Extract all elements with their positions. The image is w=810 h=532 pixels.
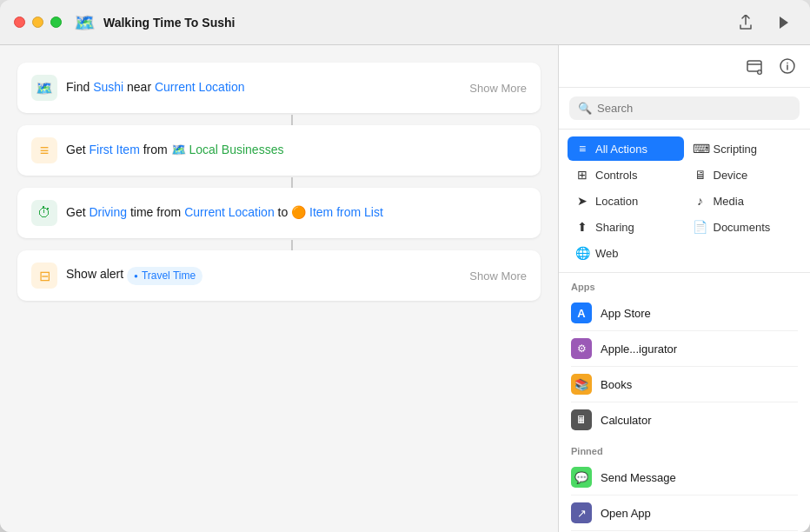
text-find: Find [66, 80, 93, 94]
connector-3 [291, 240, 293, 250]
scripting-icon: ⌨ [693, 142, 708, 156]
run-button[interactable] [772, 10, 796, 35]
close-button[interactable] [14, 17, 25, 28]
content-area: 🗺️ Find Sushi near Current Location Show… [0, 45, 810, 532]
share-button[interactable] [734, 10, 758, 35]
workflow-panel: 🗺️ Find Sushi near Current Location Show… [0, 45, 558, 532]
device-icon: 🖥 [693, 168, 708, 182]
category-device[interactable]: 🖥 Device [686, 163, 802, 187]
category-controls[interactable]: ⊞ Controls [568, 163, 684, 187]
show-alert-text: Show alert Travel Time [66, 266, 461, 285]
category-sharing-label: Sharing [595, 221, 634, 234]
show-more-4[interactable]: Show More [469, 269, 527, 283]
get-driving-text: Get Driving time from Current Location t… [66, 204, 527, 222]
get-first-item-card: ≡ Get First Item from 🗺️ Local Businesse… [17, 125, 541, 176]
category-web[interactable]: 🌐 Web [568, 241, 684, 265]
media-icon: ♪ [693, 194, 708, 208]
apple-configurator-icon: ⚙ [571, 338, 592, 359]
category-documents[interactable]: 📄 Documents [686, 215, 802, 239]
category-scripting-label: Scripting [714, 143, 758, 156]
app-window: 🗺️ Walking Time To Sushi 🗺️ Find [0, 0, 810, 532]
connector-1 [291, 115, 293, 125]
action-open-app-label: Open App [601, 507, 651, 520]
sharing-icon: ⬆ [574, 220, 590, 234]
sushi-highlight: Sushi [93, 80, 123, 94]
action-books-label: Books [601, 378, 632, 391]
show-more-1[interactable]: Show More [469, 82, 527, 95]
pinned-section-label: Pinned [559, 437, 810, 460]
category-all-actions-label: All Actions [595, 143, 647, 156]
show-alert-card: ⊟ Show alert Travel Time Show More [17, 250, 541, 301]
apps-section-label: Apps [559, 273, 810, 296]
category-web-label: Web [595, 247, 619, 260]
books-icon: 📚 [571, 374, 592, 395]
text-get: Get [66, 143, 89, 156]
text-from: from [143, 143, 171, 156]
maximize-button[interactable] [50, 17, 62, 28]
svg-marker-0 [780, 17, 788, 29]
timer-icon: ⏱ [31, 200, 57, 226]
category-location[interactable]: ➤ Location [568, 189, 684, 213]
action-calculator[interactable]: 🖩 Calculator [559, 402, 810, 437]
category-sharing[interactable]: ⬆ Sharing [568, 215, 684, 239]
category-documents-label: Documents [714, 221, 771, 234]
send-message-icon: 💬 [571, 467, 592, 488]
text-show-alert: Show alert [66, 267, 127, 281]
minimize-button[interactable] [32, 17, 43, 28]
location-icon: ➤ [574, 194, 590, 208]
find-sushi-text: Find Sushi near Current Location [66, 79, 461, 96]
alert-icon: ⊟ [31, 263, 57, 289]
open-app-icon: ↗ [571, 502, 592, 523]
get-first-item-text: Get First Item from 🗺️ Local Businesses [66, 142, 527, 159]
category-media[interactable]: ♪ Media [686, 189, 802, 213]
action-open-app[interactable]: ↗ Open App [559, 495, 810, 530]
info-icon[interactable] [775, 54, 800, 78]
categories-grid: ≡ All Actions ⌨ Scripting ⊞ Controls 🖥 D… [559, 130, 810, 273]
find-sushi-card: 🗺️ Find Sushi near Current Location Show… [17, 63, 541, 113]
search-wrapper[interactable]: 🔍 [569, 96, 800, 120]
library-icon[interactable] [742, 54, 767, 78]
connector-2 [291, 177, 293, 188]
category-location-label: Location [595, 195, 638, 208]
local-businesses-highlight: 🗺️ Local Businesses [171, 143, 284, 156]
current-location-2: Current Location [184, 205, 275, 219]
category-all-actions[interactable]: ≡ All Actions [568, 136, 684, 161]
text-get2: Get [66, 205, 89, 219]
all-actions-icon: ≡ [574, 142, 590, 156]
action-app-store-label: App Store [601, 307, 651, 320]
documents-icon: 📄 [693, 220, 708, 234]
search-input[interactable] [597, 102, 791, 115]
travel-time-badge: Travel Time [127, 267, 202, 285]
action-send-message[interactable]: 💬 Send Message [559, 460, 810, 495]
right-titlebar [559, 45, 810, 88]
action-calculator-label: Calculator [601, 414, 652, 427]
app-store-icon: A [571, 303, 592, 323]
action-app-store[interactable]: A App Store [559, 296, 810, 330]
category-controls-label: Controls [595, 169, 637, 182]
titlebar: 🗺️ Walking Time To Sushi [0, 0, 810, 45]
item-from-list: 🟠 Item from List [291, 205, 383, 219]
text-to: to [278, 205, 292, 219]
action-apple-configurator[interactable]: ⚙ Apple...igurator [559, 331, 810, 366]
action-send-message-label: Send Message [601, 471, 676, 484]
action-apple-configurator-label: Apple...igurator [601, 342, 677, 356]
controls-icon: ⊞ [574, 168, 590, 182]
text-near: near [127, 80, 155, 94]
traffic-lights [14, 17, 62, 28]
category-device-label: Device [714, 169, 748, 182]
find-icon: 🗺️ [31, 75, 57, 101]
text-time-from: time from [130, 205, 184, 219]
calculator-icon: 🖩 [571, 409, 592, 430]
window-title: Walking Time To Sushi [103, 16, 734, 30]
web-icon: 🌐 [574, 246, 590, 260]
action-books[interactable]: 📚 Books [559, 367, 810, 402]
category-scripting[interactable]: ⌨ Scripting [686, 136, 802, 161]
actions-list: Apps A App Store ⚙ Apple...igurator 📚 Bo… [559, 273, 810, 532]
category-media-label: Media [714, 195, 744, 208]
current-location-1: Current Location [155, 80, 245, 94]
search-icon: 🔍 [578, 102, 592, 115]
svg-point-4 [787, 63, 788, 64]
driving-highlight: Driving [89, 205, 127, 219]
actions-panel: 🔍 ≡ All Actions ⌨ Scripting ⊞ [558, 45, 810, 532]
search-bar: 🔍 [559, 88, 810, 130]
